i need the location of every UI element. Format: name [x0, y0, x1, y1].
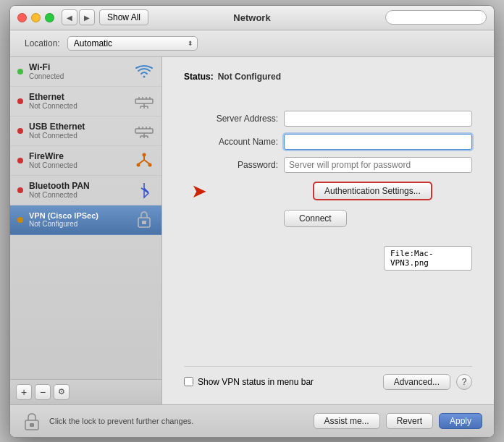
bluetooth-icon — [134, 180, 154, 200]
help-button[interactable]: ? — [456, 374, 472, 390]
location-select[interactable]: Automatic — [67, 36, 198, 51]
usb-ethernet-status: Not Connected — [29, 132, 128, 140]
auth-arrow-icon: ➤ — [191, 180, 207, 203]
svg-rect-11 — [135, 129, 153, 133]
status-dot-vpn — [17, 217, 23, 223]
file-badge-container: File:Mac-VPN3.png — [284, 239, 472, 271]
bottom-buttons: Advanced... ? — [383, 374, 472, 390]
minimize-button[interactable] — [31, 13, 41, 22]
window-title: Network — [233, 12, 270, 23]
wifi-info: Wi-Fi Connected — [29, 62, 128, 80]
sidebar-item-ethernet[interactable]: Ethernet Not Connected — [10, 87, 161, 116]
remove-network-button[interactable]: − — [35, 384, 51, 400]
maximize-button[interactable] — [45, 13, 54, 22]
add-network-button[interactable]: + — [16, 384, 32, 400]
vpn-status: Not Configured — [29, 220, 128, 228]
sidebar-footer: + − ⚙ — [10, 379, 161, 404]
account-name-row: Account Name: — [184, 134, 472, 150]
status-label: Status: — [184, 72, 214, 82]
server-address-input[interactable] — [284, 111, 472, 127]
bluetooth-info: Bluetooth PAN Not Connected — [29, 181, 128, 199]
svg-rect-1 — [135, 99, 153, 103]
sidebar-item-firewire[interactable]: FireWire Not Connected — [10, 146, 161, 176]
lock-icon[interactable] — [22, 411, 42, 431]
footer-lock-text: Click the lock to prevent further change… — [49, 417, 306, 425]
ethernet-name: Ethernet — [29, 92, 128, 102]
status-dot-wifi — [17, 69, 23, 75]
status-dot-ethernet — [17, 98, 23, 104]
usb-ethernet-name: USB Ethernet — [29, 122, 128, 132]
svg-rect-28 — [142, 221, 146, 224]
bluetooth-name: Bluetooth PAN — [29, 181, 128, 191]
location-label: Location: — [25, 38, 60, 48]
svg-point-0 — [143, 75, 146, 77]
status-dot-firewire — [17, 158, 23, 163]
status-value: Not Configured — [218, 72, 281, 82]
auth-settings-row: ➤ Authentication Settings... — [191, 180, 472, 203]
connect-row: Connect — [184, 210, 472, 227]
ethernet-status: Not Connected — [29, 102, 128, 110]
search-input[interactable] — [385, 10, 487, 25]
sidebar-item-bluetooth[interactable]: Bluetooth PAN Not Connected — [10, 176, 161, 205]
bottom-options: Show VPN status in menu bar Advanced... … — [184, 366, 472, 390]
svg-rect-30 — [30, 423, 34, 427]
account-name-label: Account Name: — [184, 137, 278, 147]
svg-point-24 — [143, 153, 146, 156]
password-input[interactable] — [284, 157, 472, 173]
apply-button[interactable]: Apply — [439, 413, 482, 429]
sidebar-item-vpn[interactable]: VPN (Cisco IPSec) Not Configured — [10, 205, 161, 235]
main-content: Wi-Fi Connected — [10, 57, 494, 404]
sidebar: Wi-Fi Connected — [10, 57, 162, 404]
svg-point-26 — [148, 163, 152, 166]
connect-button[interactable]: Connect — [284, 210, 347, 227]
usb-ethernet-info: USB Ethernet Not Connected — [29, 122, 128, 140]
account-name-input[interactable] — [284, 134, 472, 150]
location-select-wrapper: Automatic ⬍ — [67, 36, 198, 51]
password-label: Password: — [184, 160, 278, 170]
network-settings-button[interactable]: ⚙ — [54, 384, 70, 400]
toolbar: Location: Automatic ⬍ — [10, 30, 494, 57]
sidebar-list: Wi-Fi Connected — [10, 57, 161, 379]
firewire-info: FireWire Not Connected — [29, 151, 128, 169]
nav-buttons: ◀ ▶ — [62, 9, 95, 25]
status-bar: Status: Not Configured — [184, 72, 472, 82]
wifi-name: Wi-Fi — [29, 62, 128, 72]
back-button[interactable]: ◀ — [62, 9, 77, 25]
svg-point-25 — [137, 163, 140, 166]
show-all-button[interactable]: Show All — [99, 9, 148, 25]
status-dot-bluetooth — [17, 187, 23, 193]
traffic-lights — [17, 13, 54, 22]
usb-ethernet-icon — [134, 121, 154, 141]
firewire-icon — [134, 150, 154, 171]
sidebar-item-usb-ethernet[interactable]: USB Ethernet Not Connected — [10, 116, 161, 146]
firewire-name: FireWire — [29, 151, 128, 161]
auth-settings-button[interactable]: Authentication Settings... — [313, 182, 432, 200]
sidebar-item-wifi[interactable]: Wi-Fi Connected — [10, 57, 161, 87]
show-vpn-label: Show VPN status in menu bar — [198, 377, 314, 387]
right-panel: Status: Not Configured Server Address: A… — [162, 57, 494, 404]
show-vpn-row: Show VPN status in menu bar — [184, 377, 314, 387]
footer-action-buttons: Assist me... Revert Apply — [314, 413, 482, 429]
vpn-info: VPN (Cisco IPSec) Not Configured — [29, 211, 128, 228]
close-button[interactable] — [17, 13, 27, 22]
bluetooth-status: Not Connected — [29, 191, 128, 199]
advanced-button[interactable]: Advanced... — [383, 374, 450, 390]
forward-button[interactable]: ▶ — [79, 9, 95, 25]
ethernet-info: Ethernet Not Connected — [29, 92, 128, 110]
vpn-icon — [134, 210, 154, 230]
password-row: Password: — [184, 157, 472, 173]
wifi-icon — [134, 61, 154, 82]
vpn-name: VPN (Cisco IPSec) — [29, 211, 128, 220]
show-vpn-checkbox[interactable] — [184, 377, 193, 386]
revert-button[interactable]: Revert — [386, 413, 433, 429]
server-address-row: Server Address: — [184, 111, 472, 127]
assist-me-button[interactable]: Assist me... — [314, 413, 380, 429]
status-dot-usb-ethernet — [17, 128, 23, 134]
firewire-status: Not Connected — [29, 161, 128, 169]
ethernet-icon — [134, 91, 154, 111]
wifi-status: Connected — [29, 72, 128, 80]
network-window: ◀ ▶ Show All Network Location: Automatic… — [9, 5, 495, 438]
titlebar: ◀ ▶ Show All Network — [10, 6, 494, 30]
window-footer: Click the lock to prevent further change… — [10, 404, 494, 437]
server-address-label: Server Address: — [184, 114, 278, 124]
